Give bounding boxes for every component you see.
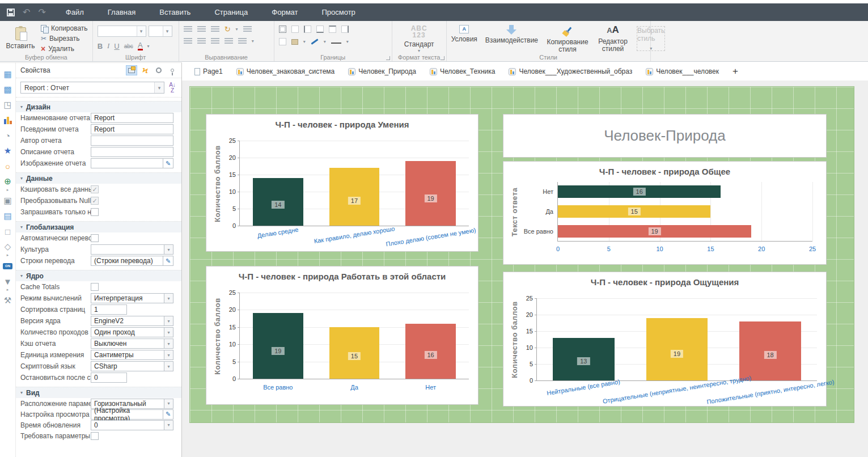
chevron-down-icon[interactable]: ▾ — [164, 350, 173, 360]
chart-icon[interactable] — [2, 115, 14, 126]
property-checkbox[interactable] — [91, 234, 99, 242]
property-select-value[interactable] — [91, 244, 164, 255]
align-bottom-icon[interactable] — [211, 26, 219, 32]
map-icon[interactable]: ⊕ — [2, 176, 14, 187]
copy-button[interactable]: Копировать — [41, 24, 88, 33]
chevron-down-icon[interactable]: ▾ — [164, 244, 173, 255]
chevron-down-icon[interactable]: ▾ — [164, 316, 173, 326]
property-checkbox[interactable]: ✓ — [91, 185, 99, 193]
property-input[interactable]: (Строки перевода) — [91, 256, 163, 266]
conditions-button[interactable]: A Условия — [451, 25, 477, 43]
paste-button[interactable]: Вставить — [5, 24, 36, 53]
save-icon[interactable] — [7, 9, 15, 16]
wrap-text-icon[interactable] — [243, 26, 252, 32]
subreport-icon[interactable]: ◳ — [2, 99, 14, 111]
border-all-icon[interactable] — [279, 26, 286, 33]
object-selector[interactable]: Report : Отчет ▾ — [20, 82, 164, 94]
property-section-header[interactable]: ▾Вид — [16, 387, 181, 398]
line-spacing-icon[interactable] — [238, 38, 247, 44]
chevron-down-icon[interactable]: ▾ — [324, 39, 326, 44]
border-top-icon[interactable] — [329, 26, 336, 33]
design-canvas[interactable]: Человек-Природа Ч-П - человек - природа … — [182, 81, 868, 457]
property-select-value[interactable]: EngineV2 — [91, 316, 164, 326]
edit-pencil-icon[interactable]: ✎ — [163, 158, 173, 168]
chevron-down-icon[interactable]: ▾ — [164, 361, 173, 371]
property-select-value[interactable]: Выключен — [91, 338, 164, 349]
page-tab-0[interactable]: Page1 — [189, 64, 228, 79]
indicator-icon[interactable]: ★ — [2, 145, 14, 156]
delete-button[interactable]: × Удалить — [41, 44, 88, 53]
page-tab-3[interactable]: Человек_Техника — [424, 64, 501, 79]
chart-panel-3[interactable]: Ч-П - человек - природа Ощущения05101520… — [503, 272, 827, 407]
menu-format[interactable]: Формат — [260, 3, 310, 21]
crosstab-icon[interactable]: ▩ — [2, 84, 14, 95]
chart-panel-2[interactable]: Ч-П - человек - природа Работать в этой … — [206, 266, 479, 405]
map-expander-icon[interactable]: ▸ — [7, 188, 9, 192]
property-checkbox[interactable] — [91, 283, 99, 291]
tools-icon[interactable]: ⚒ — [2, 295, 14, 306]
page-tab-4[interactable]: Человек___Художественный_образ — [503, 64, 638, 79]
align-justify-icon[interactable] — [225, 38, 233, 44]
style-copy-button[interactable]: Копирование стиля — [546, 25, 589, 53]
property-checkbox[interactable] — [91, 432, 99, 440]
chevron-down-icon[interactable]: ▾ — [303, 39, 306, 44]
font-size-select[interactable]: ▾ — [149, 26, 172, 37]
align-right-icon[interactable] — [211, 38, 219, 44]
strikethrough-button[interactable]: abc — [124, 43, 133, 49]
select-style-button[interactable]: Выбрать стиль ▾ — [637, 26, 665, 51]
chart-panel-0[interactable]: Ч-П - человек - природа Умения0510152025… — [206, 114, 479, 252]
property-section-header[interactable]: ▾Ядро — [16, 270, 181, 281]
pin-icon[interactable] — [167, 65, 178, 75]
property-checkbox[interactable]: ✓ — [91, 197, 99, 205]
chevron-down-icon[interactable]: ▾ — [164, 338, 173, 349]
barcode-icon[interactable]: ▤ — [2, 210, 14, 222]
chevron-down-icon[interactable]: ▾ — [252, 39, 254, 44]
gauge-icon[interactable]: ◔ — [2, 130, 14, 141]
menu-view[interactable]: Просмотр — [310, 3, 367, 21]
menu-page[interactable]: Страница — [202, 3, 260, 21]
property-section-header[interactable]: ▾Дизайн — [16, 101, 181, 112]
button-icon[interactable]: ON — [2, 260, 14, 272]
align-center-icon[interactable] — [197, 38, 206, 44]
border-right-icon[interactable] — [341, 26, 349, 33]
shape-icon[interactable]: □ — [2, 226, 14, 237]
report-page[interactable]: Человек-Природа Ч-П - человек - природа … — [189, 86, 854, 423]
menu-home[interactable]: Главная — [96, 3, 147, 21]
primitives-icon[interactable]: ◇ — [2, 241, 14, 252]
italic-button[interactable]: I — [107, 41, 109, 50]
property-select-value[interactable]: CSharp — [91, 361, 164, 371]
property-input[interactable] — [91, 158, 163, 168]
filter-expander-icon[interactable]: ▸ — [7, 287, 9, 292]
chevron-down-icon[interactable]: ▾ — [164, 399, 173, 409]
menu-file[interactable]: Файл — [54, 3, 96, 21]
border-left-icon[interactable] — [304, 26, 311, 33]
undo-icon[interactable]: ↶ — [23, 8, 30, 17]
events-icon[interactable]: Ϟ — [139, 65, 151, 75]
property-input[interactable] — [91, 136, 173, 146]
border-none-icon[interactable] — [291, 26, 299, 33]
property-select-value[interactable]: Интерпретация — [91, 293, 164, 303]
chevron-down-icon[interactable]: ▾ — [346, 39, 349, 44]
edit-pencil-icon[interactable]: ✎ — [163, 256, 173, 266]
property-input[interactable] — [91, 147, 173, 157]
property-section-header[interactable]: ▾Данные — [16, 172, 181, 184]
gear-icon[interactable] — [153, 65, 164, 75]
table-icon[interactable]: ▦ — [2, 69, 14, 80]
report-title-panel[interactable]: Человек-Природа — [503, 114, 827, 158]
redo-icon[interactable]: ↷ — [38, 8, 45, 17]
property-input[interactable]: (Настройка просмотра) — [91, 409, 163, 420]
edit-pencil-icon[interactable]: ✎ — [163, 409, 173, 420]
property-section-header[interactable]: ▾Глобализация — [16, 221, 181, 232]
property-input[interactable]: 0 — [91, 373, 127, 383]
border-style-icon[interactable] — [331, 40, 341, 44]
image-icon[interactable]: ▣ — [2, 195, 14, 206]
add-page-button[interactable]: + — [727, 66, 744, 77]
align-middle-icon[interactable] — [197, 26, 206, 32]
property-select-value[interactable]: Сантиметры — [91, 350, 164, 360]
align-top-icon[interactable] — [184, 26, 192, 32]
font-color-button[interactable]: A — [138, 42, 143, 50]
filter-icon[interactable]: ▼ — [2, 276, 14, 287]
primitives-expander-icon[interactable]: ▸ — [7, 253, 9, 257]
rotate-text-icon[interactable]: ↻ — [225, 26, 231, 33]
chevron-down-icon[interactable]: ▾ — [147, 44, 150, 49]
